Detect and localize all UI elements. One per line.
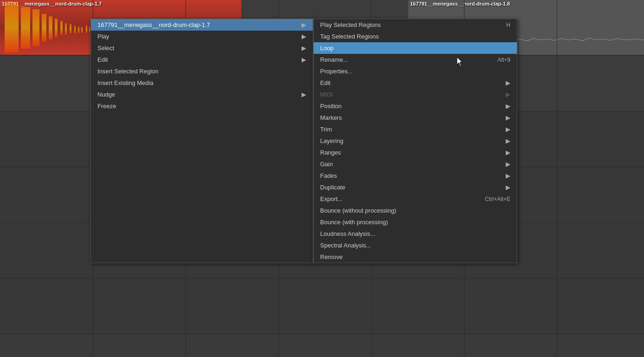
menu-l2-properties-label: Properties...: [320, 68, 510, 75]
menu-l2-loudness-label: Loudness Analysis...: [320, 230, 510, 237]
menu-l1-play-arrow: ▶: [302, 33, 306, 40]
menu-l2-item-loop[interactable]: Loop: [314, 42, 517, 54]
svg-rect-13: [89, 26, 90, 32]
menu-l1-item-nudge[interactable]: Nudge ▶: [91, 89, 313, 100]
menu-l1-insert-selected-label: Insert Selected Region: [97, 68, 306, 75]
menu-l2-edit-arrow: ▶: [506, 79, 510, 86]
menu-l1-item-play[interactable]: Play ▶: [91, 31, 313, 42]
menu-l2-item-midi[interactable]: MIDI ▶: [314, 89, 517, 100]
menu-l2-item-gain[interactable]: Gain ▶: [314, 158, 517, 170]
svg-rect-3: [42, 14, 46, 42]
menu-l2-fades-arrow: ▶: [506, 172, 510, 179]
menu-l2-item-tag-selected[interactable]: Tag Selected Regions: [314, 31, 517, 42]
menu-l2-play-selected-shortcut: H: [506, 22, 510, 28]
menu-l2-loop-label: Loop: [320, 45, 510, 52]
menu-l2-item-ranges[interactable]: Ranges ▶: [314, 147, 517, 158]
menu-l2-layering-arrow: ▶: [506, 137, 510, 144]
svg-rect-11: [81, 27, 83, 33]
menu-l2-item-fades[interactable]: Fades ▶: [314, 170, 517, 182]
menu-l2-midi-arrow: ▶: [506, 91, 510, 98]
menu-l2-duplicate-label: Duplicate: [320, 184, 501, 191]
svg-rect-4: [49, 16, 52, 39]
menu-l1-play-label: Play: [97, 33, 297, 40]
svg-rect-6: [60, 21, 63, 35]
menu-l2-midi-label: MIDI: [320, 91, 501, 98]
context-menu-overlay: 167791__menegass__nord-drum-clap-1.7 ▶ P…: [90, 19, 517, 263]
menu-l2-layering-label: Layering: [320, 137, 501, 144]
menu-l1-edit-arrow: ▶: [302, 56, 306, 63]
menu-l1-nudge-arrow: ▶: [302, 91, 306, 98]
svg-rect-10: [78, 26, 79, 33]
svg-rect-7: [65, 23, 67, 35]
menu-l2-bounce-proc-label: Bounce (with processing): [320, 219, 510, 226]
menu-l1-nudge-label: Nudge: [97, 91, 297, 98]
menu-l2-ranges-label: Ranges: [320, 149, 501, 156]
menu-l2-item-bounce-no-proc[interactable]: Bounce (without processing): [314, 205, 517, 216]
svg-rect-2: [32, 9, 39, 46]
menu-l1-item-edit[interactable]: Edit ▶: [91, 54, 313, 65]
menu-l2-remove-label: Remove: [320, 253, 510, 260]
menu-l2-position-label: Position: [320, 103, 501, 110]
menu-l1-select-arrow: ▶: [302, 45, 306, 52]
menu-l2-item-loudness[interactable]: Loudness Analysis...: [314, 228, 517, 240]
menu-l1-item-insert-existing[interactable]: Insert Existing Media: [91, 77, 313, 89]
menu-l1-item-freeze[interactable]: Freeze: [91, 100, 313, 112]
menu-l2-item-trim[interactable]: Trim ▶: [314, 123, 517, 135]
menu-l2-item-bounce-proc[interactable]: Bounce (with processing): [314, 216, 517, 228]
svg-rect-5: [55, 19, 58, 37]
menu-l1-select-label: Select: [97, 45, 297, 52]
menu-l2-trim-label: Trim: [320, 126, 501, 133]
menu-l2-markers-label: Markers: [320, 114, 501, 121]
menu-l1-freeze-label: Freeze: [97, 103, 306, 110]
menu-l1-insert-existing-label: Insert Existing Media: [97, 79, 306, 86]
menu-l1-region-label: 167791__menegass__nord-drum-clap-1.7: [97, 21, 297, 28]
menu-l2-item-play-selected[interactable]: Play Selected Regions H: [314, 19, 517, 31]
menu-l2-gain-arrow: ▶: [506, 161, 510, 168]
svg-rect-12: [86, 26, 87, 33]
svg-rect-8: [70, 24, 71, 33]
menu-l2-trim-arrow: ▶: [506, 126, 510, 133]
menu-l2-item-markers[interactable]: Markers ▶: [314, 112, 517, 123]
menu-l2-item-edit[interactable]: Edit ▶: [314, 77, 517, 89]
svg-rect-1: [21, 7, 30, 49]
menu-l2-fades-label: Fades: [320, 172, 501, 179]
menu-l2-ranges-arrow: ▶: [506, 149, 510, 156]
svg-rect-9: [74, 26, 76, 34]
menu-l2-item-spectral[interactable]: Spectral Analysis...: [314, 240, 517, 251]
menu-l2-item-layering[interactable]: Layering ▶: [314, 135, 517, 147]
menu-l1-edit-label: Edit: [97, 56, 297, 63]
menu-l2-item-properties[interactable]: Properties...: [314, 65, 517, 77]
menu-l2-gain-label: Gain: [320, 161, 501, 168]
menu-l2-rename-label: Rename...: [320, 56, 479, 63]
menu-l2-export-shortcut: Ctrl+Alt+E: [485, 196, 510, 202]
menu-l2-spectral-label: Spectral Analysis...: [320, 242, 510, 249]
menu-l1-item-select[interactable]: Select ▶: [91, 42, 313, 54]
region-title-2: 167791__menegass__nord-drum-clap-1.8: [410, 1, 510, 6]
menu-l2-position-arrow: ▶: [506, 103, 510, 110]
menu-l2-play-selected-label: Play Selected Regions: [320, 21, 488, 28]
menu-l2-markers-arrow: ▶: [506, 114, 510, 121]
menu-l2-bounce-no-proc-label: Bounce (without processing): [320, 207, 510, 214]
svg-rect-0: [5, 2, 19, 52]
menu-l2-duplicate-arrow: ▶: [506, 184, 510, 191]
context-menu-l2: Play Selected Regions H Tag Selected Reg…: [313, 19, 517, 263]
context-menu-l1: 167791__menegass__nord-drum-clap-1.7 ▶ P…: [90, 19, 313, 263]
menu-l2-item-duplicate[interactable]: Duplicate ▶: [314, 182, 517, 193]
menu-l2-item-rename[interactable]: Rename... Alt+9: [314, 54, 517, 65]
track-row-6: [0, 279, 644, 334]
menu-l2-tag-selected-label: Tag Selected Regions: [320, 33, 510, 40]
menu-l2-item-position[interactable]: Position ▶: [314, 100, 517, 112]
menu-l2-edit-label: Edit: [320, 79, 501, 86]
menu-l1-item-insert-selected[interactable]: Insert Selected Region: [91, 65, 313, 77]
menu-l2-item-export[interactable]: Export... Ctrl+Alt+E: [314, 193, 517, 205]
menu-l2-item-remove[interactable]: Remove: [314, 251, 517, 263]
menu-l1-region-arrow: ▶: [302, 21, 306, 28]
menu-l2-rename-shortcut: Alt+9: [497, 57, 510, 63]
menu-l2-export-label: Export...: [320, 195, 466, 202]
menu-l1-item-region[interactable]: 167791__menegass__nord-drum-clap-1.7 ▶: [91, 19, 313, 31]
